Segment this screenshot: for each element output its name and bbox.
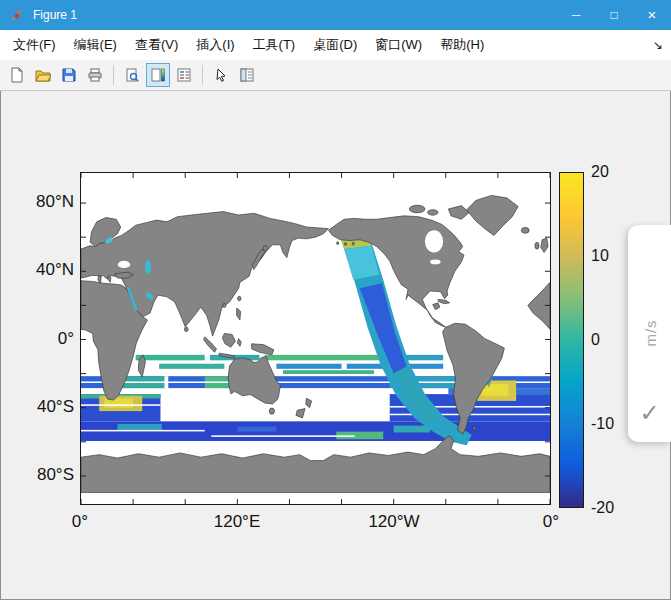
insert-colorbar-icon[interactable] (146, 63, 170, 87)
titlebar[interactable]: Figure 1 ─ □ × (0, 0, 671, 30)
check-icon[interactable]: ✓ (639, 399, 659, 427)
menu-file[interactable]: 文件(F) (4, 30, 65, 60)
colorbar-tick-label: 0 (591, 331, 600, 349)
save-figure-icon[interactable] (57, 63, 81, 87)
menu-help[interactable]: 帮助(H) (431, 30, 493, 60)
menubar: 文件(F) 编辑(E) 查看(V) 插入(I) 工具(T) 桌面(D) 窗口(W… (0, 30, 671, 60)
y-tick-label: 80°S (0, 465, 74, 485)
close-button[interactable]: × (633, 0, 671, 30)
menu-desktop[interactable]: 桌面(D) (304, 30, 366, 60)
maximize-button[interactable]: □ (595, 0, 633, 30)
edit-plot-icon[interactable] (209, 63, 233, 87)
side-flyout-panel: m/s ✓ (628, 225, 671, 442)
window-controls: ─ □ × (557, 0, 671, 30)
menu-edit[interactable]: 编辑(E) (65, 30, 126, 60)
insert-legend-icon[interactable] (172, 63, 196, 87)
toolbar-separator (202, 65, 203, 85)
x-tick-label: 120°E (214, 512, 261, 532)
print-figure-icon[interactable] (83, 63, 107, 87)
matlab-icon (9, 7, 25, 23)
menu-tools[interactable]: 工具(T) (244, 30, 305, 60)
menu-view[interactable]: 查看(V) (126, 30, 187, 60)
x-tick-label: 0° (72, 512, 88, 532)
figure-toolbar (0, 60, 671, 91)
print-preview-icon[interactable] (120, 63, 144, 87)
minimize-button[interactable]: ─ (557, 0, 595, 30)
colorbar (559, 172, 584, 508)
y-tick-label: 80°N (0, 192, 74, 212)
menu-insert[interactable]: 插入(I) (187, 30, 243, 60)
open-file-icon[interactable] (31, 63, 55, 87)
colorbar-tick-label: 10 (591, 247, 609, 265)
y-tick-label: 40°N (0, 260, 74, 280)
map-axes (80, 172, 551, 505)
axis-ticks (81, 173, 550, 504)
y-tick-label: 0° (0, 329, 74, 349)
y-tick-label: 40°S (0, 397, 74, 417)
property-inspector-icon[interactable] (235, 63, 259, 87)
menu-window[interactable]: 窗口(W) (366, 30, 431, 60)
colorbar-units-label: m/s (641, 319, 658, 346)
x-tick-label: 120°W (368, 512, 419, 532)
x-tick-label: 0° (543, 512, 559, 532)
window-title: Figure 1 (33, 8, 557, 22)
new-figure-icon[interactable] (5, 63, 29, 87)
colorbar-tick-label: -10 (591, 415, 614, 433)
menu-overflow-arrow-icon[interactable]: ↘ (653, 38, 663, 52)
figure-window: Figure 1 ─ □ × 文件(F) 编辑(E) 查看(V) 插入(I) 工… (0, 0, 671, 600)
toolbar-separator (113, 65, 114, 85)
colorbar-tick-label: -20 (591, 499, 614, 517)
colorbar-tick-label: 20 (591, 163, 609, 181)
